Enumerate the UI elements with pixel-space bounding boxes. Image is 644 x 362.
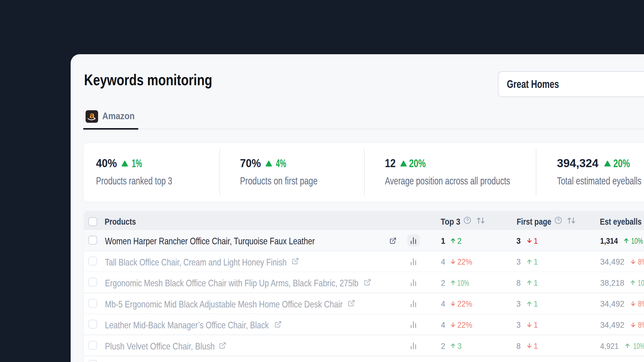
svg-text:a: a [89, 110, 95, 120]
